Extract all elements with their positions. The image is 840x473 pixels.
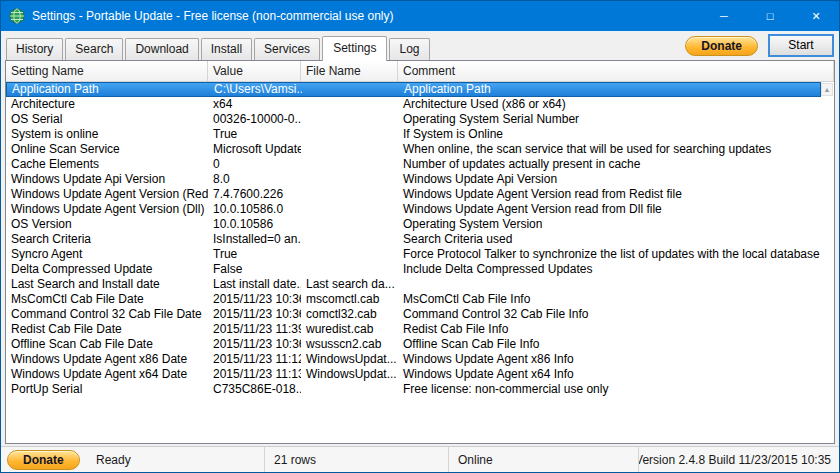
scrollbar-up-button[interactable]: ▲	[821, 83, 833, 96]
table-cell: Command Control 32 Cab File Date	[6, 307, 208, 322]
app-window: Settings - Portable Update - Free licens…	[0, 0, 840, 473]
minimize-button[interactable]: ─	[701, 1, 747, 31]
tab-settings[interactable]: Settings	[322, 36, 387, 61]
maximize-button[interactable]: □	[747, 1, 793, 31]
table-cell: Windows Update Agent Version read from R…	[398, 187, 821, 202]
table-cell: Online Scan Service	[6, 142, 208, 157]
table-row[interactable]: System is onlineTrueIf System is Online	[6, 127, 821, 142]
status-text: Ready	[96, 453, 131, 467]
table-row[interactable]: OS Serial00326-10000-0...Operating Syste…	[6, 112, 821, 127]
table-header: Setting NameValueFile NameComment	[6, 61, 834, 82]
table-cell: Number of updates actually present in ca…	[398, 157, 821, 172]
tab-services[interactable]: Services	[254, 38, 320, 60]
table-cell: Windows Update Agent x86 Info	[398, 352, 821, 367]
table-cell: Microsoft Update	[208, 142, 301, 157]
table-cell	[301, 217, 398, 232]
table-cell	[301, 232, 398, 247]
table-cell: Windows Update Agent Version (Redist)	[6, 187, 208, 202]
table-cell: Offline Scan Cab File Info	[398, 337, 821, 352]
table-cell: Command Control 32 Cab File Info	[398, 307, 821, 322]
table-cell: Include Delta Compressed Updates	[398, 262, 821, 277]
table-cell: Free license: non-commercial use only	[398, 382, 821, 397]
table-cell: comctl32.cab	[301, 307, 398, 322]
table-cell: x64	[208, 97, 301, 112]
settings-list: Setting NameValueFile NameComment Applic…	[5, 60, 835, 444]
donate-button[interactable]: Donate	[685, 36, 758, 56]
table-cell: True	[208, 127, 301, 142]
table-row[interactable]: Delta Compressed UpdateFalseInclude Delt…	[6, 262, 821, 277]
table-cell: PortUp Serial	[6, 382, 208, 397]
table-cell: Application Path	[399, 83, 820, 96]
tab-download[interactable]: Download	[125, 38, 198, 60]
column-header-setting-name[interactable]: Setting Name	[6, 61, 208, 81]
table-cell: False	[208, 262, 301, 277]
table-row[interactable]: OS Version10.0.10586Operating System Ver…	[6, 217, 821, 232]
table-row[interactable]: Syncro AgentTrueForce Protocol Talker to…	[6, 247, 821, 262]
table-cell: 2015/11/23 11:12	[208, 352, 301, 367]
table-cell: OS Version	[6, 217, 208, 232]
table-row[interactable]: Application PathC:\Users\Vamsi...Applica…	[6, 82, 821, 97]
table-cell: wuredist.cab	[301, 322, 398, 337]
tab-history[interactable]: History	[6, 38, 63, 60]
table-cell: Redist Cab File Date	[6, 322, 208, 337]
table-cell: Last search da...	[301, 277, 398, 292]
tab-search[interactable]: Search	[65, 38, 123, 60]
table-row[interactable]: PortUp SerialC735C86E-018...Free license…	[6, 382, 821, 397]
tab-log[interactable]: Log	[389, 38, 429, 60]
table-cell	[301, 157, 398, 172]
table-row[interactable]: Online Scan ServiceMicrosoft UpdateWhen …	[6, 142, 821, 157]
table-cell: Search Criteria used	[398, 232, 821, 247]
start-button[interactable]: Start	[768, 34, 834, 57]
table-cell: Search Criteria	[6, 232, 208, 247]
column-header-file-name[interactable]: File Name	[301, 61, 398, 81]
connection-status-text: Online	[458, 453, 493, 467]
tab-strip: HistorySearchDownloadInstallServicesSett…	[6, 36, 432, 60]
table-row[interactable]: Windows Update Agent x86 Date2015/11/23 …	[6, 352, 821, 367]
table-row[interactable]: Architecturex64Architecture Used (x86 or…	[6, 97, 821, 112]
table-cell: 2015/11/23 11:13	[208, 367, 301, 382]
table-row[interactable]: Windows Update Agent Version (Dll)10.0.1…	[6, 202, 821, 217]
table-cell: 7.4.7600.226	[208, 187, 301, 202]
table-body: Application PathC:\Users\Vamsi...Applica…	[6, 82, 834, 443]
table-cell: Redist Cab File Info	[398, 322, 821, 337]
statusbar-version-panel: Version 2.4.8 Build 11/23/2015 10:35	[639, 447, 839, 472]
window-controls: ─ □ ✕	[701, 1, 839, 31]
table-cell: Windows Update Api Version	[6, 172, 208, 187]
table-row[interactable]: Command Control 32 Cab File Date2015/11/…	[6, 307, 821, 322]
table-row[interactable]: Windows Update Agent x64 Date2015/11/23 …	[6, 367, 821, 382]
table-cell: System is online	[6, 127, 208, 142]
statusbar-rows-panel: 21 rows	[265, 447, 449, 472]
table-cell: Force Protocol Talker to synchronize the…	[398, 247, 821, 262]
table-row[interactable]: Redist Cab File Date2015/11/23 11:39wure…	[6, 322, 821, 337]
table-cell: 8.0	[208, 172, 301, 187]
table-cell: 2015/11/23 11:39	[208, 322, 301, 337]
table-cell	[301, 187, 398, 202]
statusbar-status-panel: Ready	[87, 447, 265, 472]
table-row[interactable]: Cache Elements0Number of updates actuall…	[6, 157, 821, 172]
table-row[interactable]: Search CriteriaIsInstalled=0 an...Search…	[6, 232, 821, 247]
table-cell: WindowsUpdat...	[301, 352, 398, 367]
table-row[interactable]: Last Search and Install dateLast install…	[6, 277, 821, 292]
statusbar-donate-button[interactable]: Donate	[7, 450, 80, 470]
close-button[interactable]: ✕	[793, 1, 839, 31]
tab-bar: HistorySearchDownloadInstallServicesSett…	[1, 31, 839, 60]
table-cell: Offline Scan Cab File Date	[6, 337, 208, 352]
table-row[interactable]: Windows Update Api Version8.0Windows Upd…	[6, 172, 821, 187]
table-cell	[301, 142, 398, 157]
table-row[interactable]: MsComCtl Cab File Date2015/11/23 10:36ms…	[6, 292, 821, 307]
table-cell: 0	[208, 157, 301, 172]
tab-install[interactable]: Install	[201, 38, 252, 60]
window-title: Settings - Portable Update - Free licens…	[32, 9, 701, 23]
table-cell: 2015/11/23 10:36	[208, 337, 301, 352]
table-cell: Application Path	[7, 83, 209, 96]
table-row[interactable]: Offline Scan Cab File Date2015/11/23 10:…	[6, 337, 821, 352]
table-cell: Syncro Agent	[6, 247, 208, 262]
column-header-comment[interactable]: Comment	[398, 61, 834, 81]
table-cell: C:\Users\Vamsi...	[209, 83, 302, 96]
table-cell: Windows Update Agent Version (Dll)	[6, 202, 208, 217]
column-header-value[interactable]: Value	[208, 61, 301, 81]
table-cell: Cache Elements	[6, 157, 208, 172]
table-cell: 00326-10000-0...	[208, 112, 301, 127]
table-row[interactable]: Windows Update Agent Version (Redist)7.4…	[6, 187, 821, 202]
table-cell: Operating System Serial Number	[398, 112, 821, 127]
